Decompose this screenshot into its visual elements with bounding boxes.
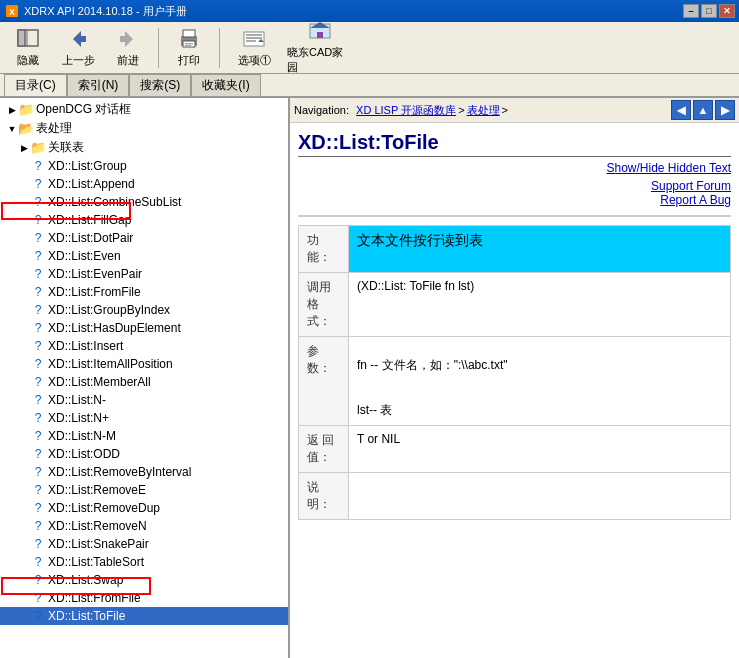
title-bar: X XDRX API 2014.10.18 - 用户手册 – □ ✕ (0, 0, 739, 22)
list-item[interactable]: ? XD::List:N-M (0, 427, 288, 445)
file-icon: ? (30, 572, 46, 588)
tab-search[interactable]: 搜索(S) (129, 74, 191, 96)
back-label: 上一步 (62, 53, 95, 68)
print-button[interactable]: 打印 (165, 25, 213, 71)
file-icon: ? (30, 194, 46, 210)
list-item[interactable]: ? XD::List:RemoveDup (0, 499, 288, 517)
list-item[interactable]: ? XD::List:FillGap (0, 211, 288, 229)
list-item[interactable]: ? XD::List:RemoveN (0, 517, 288, 535)
hide-button[interactable]: 隐藏 (4, 25, 52, 71)
table-row-notes: 说 明： (299, 473, 731, 520)
params-value-1: fn -- 文件名，如：":\\abc.txt" (357, 358, 508, 372)
tree-label: XD::List:SnakePair (48, 537, 149, 551)
tree-label: XD::List:FromFile (48, 591, 141, 605)
app-icon: X (4, 3, 20, 19)
list-item[interactable]: ? XD::List:FromFile (0, 589, 288, 607)
tree-container: ▶ 📁 OpenDCG 对话框 ▼ 📂 表处理 ▶ 📁 关联表 (0, 98, 288, 627)
file-icon: ? (30, 212, 46, 228)
tree-label: XD::List:ODD (48, 447, 120, 461)
minimize-button[interactable]: – (683, 4, 699, 18)
maximize-button[interactable]: □ (701, 4, 717, 18)
tree-label: XD::List:CombineSubList (48, 195, 181, 209)
close-button[interactable]: ✕ (719, 4, 735, 18)
tree-item-list-proc[interactable]: ▼ 📂 表处理 (0, 119, 288, 138)
list-item[interactable]: ? XD::List:MemberAll (0, 373, 288, 391)
syntax-value: (XD::List: ToFile fn lst) (357, 279, 474, 293)
list-item[interactable]: ? XD::List:Append (0, 175, 288, 193)
list-item[interactable]: ? XD::List:ODD (0, 445, 288, 463)
forward-button[interactable]: 前进 (104, 25, 152, 71)
list-item[interactable]: ? XD::List:Swap (0, 571, 288, 589)
tree-item-tofile[interactable]: ? XD::List:ToFile (0, 607, 288, 625)
list-item[interactable]: ? XD::List:DotPair (0, 229, 288, 247)
nav-back-arrow[interactable]: ◀ (671, 100, 691, 120)
tree-item-link-table[interactable]: ▶ 📁 关联表 (0, 138, 288, 157)
list-item[interactable]: ? XD::List:ItemAllPosition (0, 355, 288, 373)
folder-icon: 📂 (18, 121, 34, 137)
file-icon: ? (30, 482, 46, 498)
folder-icon: 📁 (30, 140, 46, 156)
options-button[interactable]: 选项① (226, 25, 282, 71)
tab-bookmarks[interactable]: 收藏夹(I) (191, 74, 260, 96)
file-icon: ? (30, 464, 46, 480)
tree-label: XD::List:Swap (48, 573, 123, 587)
file-icon: ? (30, 320, 46, 336)
list-item[interactable]: ? XD::List:N- (0, 391, 288, 409)
file-icon: ? (30, 374, 46, 390)
list-item[interactable]: ? XD::List:TableSort (0, 553, 288, 571)
svg-rect-8 (120, 36, 126, 42)
list-item[interactable]: ? XD::List:SnakePair (0, 535, 288, 553)
file-icon: ? (30, 302, 46, 318)
list-item[interactable]: ? XD::List:EvenPair (0, 265, 288, 283)
file-icon: ? (30, 536, 46, 552)
show-hide-button[interactable]: Show/Hide Hidden Text (298, 161, 731, 175)
file-icon: ? (30, 446, 46, 462)
tree-label: XD::List:RemoveByInterval (48, 465, 191, 479)
list-item[interactable]: ? XD::List:GroupByIndex (0, 301, 288, 319)
table-row-params: 参 数： fn -- 文件名，如：":\\abc.txt" lst-- 表 (299, 337, 731, 426)
list-item[interactable]: ? XD::List:HasDupElement (0, 319, 288, 337)
tab-contents[interactable]: 目录(C) (4, 74, 67, 96)
tab-index[interactable]: 索引(N) (67, 74, 130, 96)
back-button[interactable]: 上一步 (54, 25, 102, 71)
tree-label: XD::List:HasDupElement (48, 321, 181, 335)
tree-label: XD::List:Group (48, 159, 127, 173)
table-row-function: 功 能： 文本文件按行读到表 (299, 226, 731, 273)
tree-label: XD::List:Insert (48, 339, 123, 353)
toggle-icon: ▶ (6, 105, 18, 115)
nav-forward-arrow[interactable]: ▶ (715, 100, 735, 120)
tree-label: XD::List:FromFile (48, 285, 141, 299)
list-item[interactable]: ? XD::List:RemoveByInterval (0, 463, 288, 481)
nav-arrows: ◀ ▲ ▶ (671, 100, 735, 120)
svg-rect-13 (185, 45, 191, 47)
file-icon: ? (30, 392, 46, 408)
window-title: XDRX API 2014.10.18 - 用户手册 (24, 4, 683, 19)
list-item[interactable]: ? XD::List:RemoveE (0, 481, 288, 499)
right-content: XD::List:ToFile Show/Hide Hidden Text Su… (290, 123, 739, 524)
file-icon: ? (30, 266, 46, 282)
nav-link-list-proc[interactable]: 表处理 (467, 103, 500, 118)
hide-icon (16, 28, 40, 53)
toggle-icon: ▶ (18, 143, 30, 153)
nav-link-xd-lisp[interactable]: XD LISP 开源函数库 (356, 103, 456, 118)
nav-up-arrow[interactable]: ▲ (693, 100, 713, 120)
file-icon: ? (30, 248, 46, 264)
list-item[interactable]: ? XD::List:CombineSubList (0, 193, 288, 211)
file-icon: ? (30, 608, 46, 624)
page-title: XD::List:ToFile (298, 127, 731, 157)
list-item[interactable]: ? XD::List:FromFile (0, 283, 288, 301)
file-icon: ? (30, 428, 46, 444)
tree-item-opencgi[interactable]: ▶ 📁 OpenDCG 对话框 (0, 100, 288, 119)
report-bug-link[interactable]: Report A Bug (298, 193, 731, 207)
toggle-icon: ▼ (6, 124, 18, 134)
list-item[interactable]: ? XD::List:N+ (0, 409, 288, 427)
home-button[interactable]: 晓东CAD家园 (284, 25, 356, 71)
window-controls[interactable]: – □ ✕ (683, 4, 735, 18)
list-item[interactable]: ? XD::List:Group (0, 157, 288, 175)
support-forum-link[interactable]: Support Forum (298, 179, 731, 193)
tree-label: XD::List:RemoveDup (48, 501, 160, 515)
list-item[interactable]: ? XD::List:Even (0, 247, 288, 265)
list-item[interactable]: ? XD::List:Insert (0, 337, 288, 355)
value-cell-params: fn -- 文件名，如：":\\abc.txt" lst-- 表 (349, 337, 731, 426)
file-icon: ? (30, 554, 46, 570)
